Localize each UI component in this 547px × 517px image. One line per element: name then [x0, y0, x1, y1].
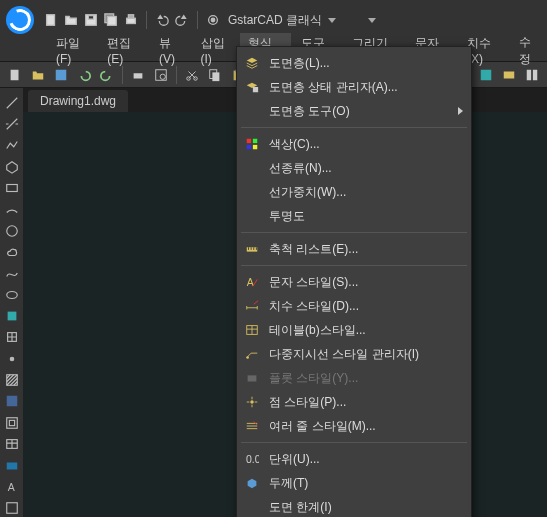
menu-item-label: 투명도 — [269, 208, 463, 225]
mleader-icon — [243, 346, 261, 362]
menu-modify[interactable]: 수정 — [511, 32, 547, 70]
menu-lineweight[interactable]: 선가중치(W)... — [237, 180, 471, 204]
svg-rect-25 — [6, 185, 17, 192]
tool-more[interactable] — [3, 500, 21, 517]
new-icon[interactable] — [42, 11, 60, 29]
svg-rect-40 — [247, 139, 251, 143]
tool-xline[interactable] — [3, 115, 21, 132]
svg-rect-2 — [88, 16, 93, 20]
menu-layer[interactable]: 도면층(L)... — [237, 51, 471, 75]
svg-point-26 — [6, 225, 17, 236]
svg-rect-9 — [11, 69, 19, 80]
menu-limits[interactable]: 도면 한계(I) — [237, 495, 471, 517]
menu-item-label: 축척 리스트(E)... — [269, 241, 463, 258]
tool-hatch[interactable] — [3, 371, 21, 388]
submenu-arrow-icon — [458, 107, 463, 115]
redo-icon[interactable] — [173, 11, 191, 29]
menu-item-label: 색상(C)... — [269, 136, 463, 153]
tool-ellipse[interactable] — [3, 286, 21, 303]
layers-icon — [243, 55, 261, 71]
tool-block[interactable] — [3, 329, 21, 346]
tool-line[interactable] — [3, 94, 21, 111]
workspace-name: GstarCAD 클래식 — [228, 12, 322, 29]
menu-plotstyle: 플롯 스타일(Y)... — [237, 366, 471, 390]
tool-spline[interactable] — [3, 265, 21, 282]
menu-color[interactable]: 색상(C)... — [237, 132, 471, 156]
tool-pline[interactable] — [3, 137, 21, 154]
tool-table[interactable] — [3, 436, 21, 453]
menu-separator — [241, 265, 467, 266]
tablestyle-icon — [243, 322, 261, 338]
menu-layerstate[interactable]: 도면층 상태 관리자(A)... — [237, 75, 471, 99]
tool-open[interactable] — [27, 64, 49, 86]
menu-units[interactable]: 0.0 단위(U)... — [237, 447, 471, 471]
menu-insert[interactable]: 삽입(I) — [193, 33, 239, 68]
tool-polygon[interactable] — [3, 158, 21, 175]
menu-separator — [241, 232, 467, 233]
tool-wipeout[interactable] — [3, 457, 21, 474]
svg-rect-22 — [504, 71, 515, 78]
save-icon[interactable] — [82, 11, 100, 29]
drawing-tab[interactable]: Drawing1.dwg — [28, 90, 128, 112]
menu-dimstyle[interactable]: 치수 스타일(D)... — [237, 294, 471, 318]
menu-item-label: 치수 스타일(D)... — [269, 298, 463, 315]
app-logo[interactable] — [6, 6, 34, 34]
svg-rect-43 — [253, 145, 257, 149]
undo-icon[interactable] — [153, 11, 171, 29]
svg-rect-28 — [7, 312, 16, 321]
menu-pointstyle[interactable]: 점 스타일(P)... — [237, 390, 471, 414]
workspace-icon[interactable] — [204, 11, 222, 29]
svg-text:A: A — [7, 480, 14, 492]
workspace-dropdown-icon[interactable] — [328, 18, 336, 23]
tool-region[interactable] — [3, 414, 21, 431]
svg-point-47 — [246, 356, 249, 359]
svg-rect-34 — [9, 420, 14, 425]
svg-rect-41 — [253, 139, 257, 143]
menu-item-label: 플롯 스타일(Y)... — [269, 370, 463, 387]
svg-text:0.0: 0.0 — [246, 453, 259, 465]
tool-arc[interactable] — [3, 201, 21, 218]
svg-rect-36 — [6, 462, 17, 469]
svg-rect-5 — [127, 18, 136, 23]
menu-layertools[interactable]: 도면층 도구(O) — [237, 99, 471, 123]
tool-circle[interactable] — [3, 222, 21, 239]
tool-point[interactable] — [3, 350, 21, 367]
menu-view[interactable]: 뷰(V) — [151, 33, 191, 68]
menu-mlinestyle[interactable]: 여러 줄 스타일(M)... — [237, 414, 471, 438]
tool-mtext[interactable]: A — [3, 478, 21, 495]
color-icon — [243, 136, 261, 152]
menu-thickness[interactable]: 두께(T) — [237, 471, 471, 495]
mlinestyle-icon — [243, 418, 261, 434]
open-icon[interactable] — [62, 11, 80, 29]
menu-mleaderstyle[interactable]: 다중지시선 스타일 관리자(I) — [237, 342, 471, 366]
menu-item-label: 두께(T) — [269, 475, 463, 492]
menu-item-label: 여러 줄 스타일(M)... — [269, 418, 463, 435]
svg-rect-48 — [248, 375, 257, 381]
tool-insert[interactable] — [3, 307, 21, 324]
tool-rectangle[interactable] — [3, 179, 21, 196]
pointstyle-icon — [243, 394, 261, 410]
tool-new[interactable] — [4, 64, 26, 86]
tool-gradient[interactable] — [3, 393, 21, 410]
menu-item-label: 선종류(N)... — [269, 160, 463, 177]
dimstyle-icon — [243, 298, 261, 314]
tool-revcloud[interactable] — [3, 243, 21, 260]
print-icon[interactable] — [122, 11, 140, 29]
menu-transparency[interactable]: 투명도 — [237, 204, 471, 228]
menu-file[interactable]: 파일(F) — [48, 33, 97, 68]
svg-rect-32 — [6, 396, 17, 407]
svg-rect-17 — [212, 72, 219, 81]
menu-separator — [241, 442, 467, 443]
svg-rect-11 — [134, 73, 143, 78]
menu-edit[interactable]: 편집(E) — [99, 33, 149, 68]
svg-rect-4 — [108, 17, 117, 26]
menu-textstyle[interactable]: A 문자 스타일(S)... — [237, 270, 471, 294]
quickaccess-dropdown-icon[interactable] — [368, 18, 376, 23]
svg-rect-6 — [128, 15, 133, 19]
menu-item-label: 다중지시선 스타일 관리자(I) — [269, 346, 463, 363]
menu-item-label: 점 스타일(P)... — [269, 394, 463, 411]
menu-tablestyle[interactable]: 테이블(b)스타일... — [237, 318, 471, 342]
menu-linetype[interactable]: 선종류(N)... — [237, 156, 471, 180]
saveall-icon[interactable] — [102, 11, 120, 29]
menu-scalelist[interactable]: 축척 리스트(E)... — [237, 237, 471, 261]
